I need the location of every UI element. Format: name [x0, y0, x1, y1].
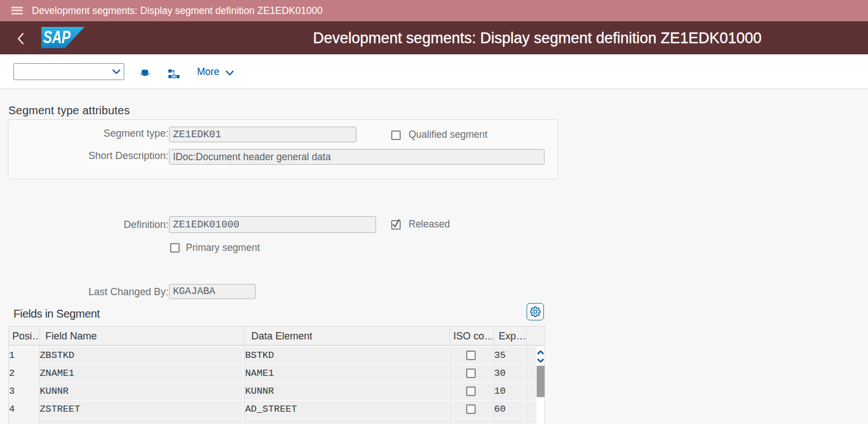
svg-text:SAP: SAP: [43, 27, 71, 47]
